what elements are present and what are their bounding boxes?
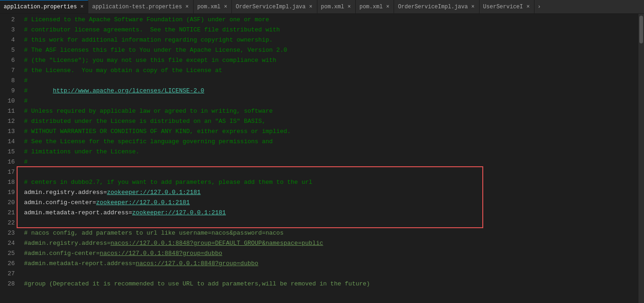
tab-close-icon[interactable]: × xyxy=(385,5,390,9)
tab-close-icon[interactable]: × xyxy=(471,5,475,9)
property-value-link[interactable]: zookeeper://127.0.0.1:2181 xyxy=(96,199,190,206)
tab-close-icon[interactable]: × xyxy=(223,5,228,9)
tab-close-icon[interactable]: × xyxy=(79,5,84,9)
code-line: # contributor license agreements. See th… xyxy=(24,25,638,35)
comment-text: # centers in dubbo2.7, if you want to ad… xyxy=(24,179,312,186)
tab-order-service-impl-2[interactable]: OrderServiceImpl.java × xyxy=(394,0,479,14)
tab-bar: application.properties × application-tes… xyxy=(0,0,644,14)
tab-user-service[interactable]: UserServiceI × xyxy=(480,0,535,14)
line-number: 25 xyxy=(0,248,15,259)
comment-text: # Licensed to the Apache Software Founda… xyxy=(24,16,269,23)
comment-text: # (the "License"); you may not use this … xyxy=(24,57,276,64)
line-number: 12 xyxy=(0,116,15,127)
line-number: 2 xyxy=(0,15,15,25)
line-number: 11 xyxy=(0,106,15,116)
line-number: 28 xyxy=(0,279,15,289)
tab-close-icon[interactable]: × xyxy=(309,5,313,9)
property-key: admin.metadata-report.address xyxy=(24,209,128,216)
line-number: 26 xyxy=(0,259,15,269)
disabled-comment: #admin.metadata-report.address=nacos://1… xyxy=(24,260,258,267)
tab-scroll-right-button[interactable]: › xyxy=(535,0,544,14)
tab-label: pom.xml xyxy=(197,4,220,10)
tab-pom-xml-2[interactable]: pom.xml × xyxy=(317,0,356,14)
code-line: # limitations under the License. xyxy=(24,147,638,157)
line-number: 4 xyxy=(0,35,15,45)
code-line: # (the "License"); you may not use this … xyxy=(24,55,638,66)
code-line: # this work for additional information r… xyxy=(24,35,638,45)
equals-sign: = xyxy=(128,209,132,216)
line-number: 23 xyxy=(0,228,15,238)
line-number: 10 xyxy=(0,96,15,106)
tab-label: pom.xml xyxy=(321,4,344,10)
line-number: 17 xyxy=(0,167,15,177)
code-line: admin.metadata-report.address=zookeeper:… xyxy=(24,208,638,218)
scrollbar-thumb[interactable] xyxy=(639,16,643,43)
code-line: #group (Deprecated it is recommended to … xyxy=(24,279,638,289)
disabled-comment: #admin.config-center=nacos://127.0.0.1:8… xyxy=(24,250,222,257)
code-line: # centers in dubbo2.7, if you want to ad… xyxy=(24,177,638,188)
disabled-link[interactable]: nacos://127.0.0.1:8848?group=dubbo xyxy=(136,260,258,267)
code-line: # WITHOUT WARRANTIES OR CONDITIONS OF AN… xyxy=(24,127,638,137)
code-line: # xyxy=(24,76,638,86)
code-line: # Unless required by applicable law or a… xyxy=(24,106,638,116)
disabled-link[interactable]: nacos://127.0.0.1:8848?group=dubbo xyxy=(100,250,222,257)
license-link[interactable]: http://www.apache.org/licenses/LICENSE-2… xyxy=(53,87,204,94)
code-line: admin.config-center=zookeeper://127.0.0.… xyxy=(24,198,638,208)
comment-text: # http://www.apache.org/licenses/LICENSE… xyxy=(24,87,204,94)
comment-text: # WITHOUT WARRANTIES OR CONDITIONS OF AN… xyxy=(24,128,291,135)
tab-pom-xml-1[interactable]: pom.xml × xyxy=(194,0,232,14)
tab-label: application.properties xyxy=(4,4,77,10)
line-number: 19 xyxy=(0,188,15,198)
code-line: # Licensed to the Apache Software Founda… xyxy=(24,15,638,25)
comment-text: # Unless required by applicable law or a… xyxy=(24,108,273,115)
property-key: admin.config-center xyxy=(24,199,92,206)
line-number: 15 xyxy=(0,147,15,157)
line-number: 27 xyxy=(0,269,15,279)
code-content: # Licensed to the Apache Software Founda… xyxy=(18,14,638,289)
tab-label: pom.xml xyxy=(359,4,383,10)
line-number: 16 xyxy=(0,157,15,167)
tab-label: OrderServiceImpl.java xyxy=(236,4,305,10)
disabled-comment: #group (Deprecated it is recommended to … xyxy=(24,280,370,287)
tab-close-icon[interactable]: × xyxy=(347,5,352,9)
line-number: 7 xyxy=(0,66,15,76)
code-line: #admin.registry.address=nacos://127.0.0.… xyxy=(24,238,638,248)
comment-text: # The ASF licenses this file to You unde… xyxy=(24,47,287,54)
tab-close-icon[interactable]: × xyxy=(526,5,530,9)
tab-order-service-impl-1[interactable]: OrderServiceImpl.java × xyxy=(232,0,317,14)
code-line: # the License. You may obtain a copy of … xyxy=(24,66,638,76)
comment-text: # See the License for the specific langu… xyxy=(24,138,273,145)
comment-text: # limitations under the License. xyxy=(24,148,140,155)
code-line xyxy=(24,269,638,279)
editor-window: application.properties × application-tes… xyxy=(0,0,644,303)
line-numbers: 2345678910111213141516171819202122232425… xyxy=(0,14,18,303)
code-line: # See the License for the specific langu… xyxy=(24,137,638,147)
line-number: 5 xyxy=(0,45,15,55)
code-line: # The ASF licenses this file to You unde… xyxy=(24,45,638,55)
code-line xyxy=(24,218,638,228)
tab-application-test-properties[interactable]: application-test.properties × xyxy=(88,0,193,14)
property-key: admin.registry.address xyxy=(24,189,103,196)
tab-pom-xml-3[interactable]: pom.xml × xyxy=(356,0,394,14)
line-number: 20 xyxy=(0,198,15,208)
tab-close-icon[interactable]: × xyxy=(185,5,189,9)
comment-text: # this work for additional information r… xyxy=(24,36,273,43)
comment-text: # xyxy=(24,158,28,165)
line-number: 21 xyxy=(0,208,15,218)
property-value-link[interactable]: zookeeper://127.0.0.1:2181 xyxy=(107,189,200,196)
tab-label: UserServiceI xyxy=(483,4,523,10)
tab-label: application-test.properties xyxy=(92,4,182,10)
scrollbar[interactable] xyxy=(638,14,644,303)
line-number: 22 xyxy=(0,218,15,228)
comment-text: # xyxy=(24,97,28,104)
tab-application-properties[interactable]: application.properties × xyxy=(0,0,88,14)
code-line: admin.registry.address=zookeeper://127.0… xyxy=(24,188,638,198)
property-value-link[interactable]: zookeeper://127.0.0.1:2181 xyxy=(132,209,226,216)
code-line xyxy=(24,167,638,177)
tab-label: OrderServiceImpl.java xyxy=(398,4,468,10)
disabled-link[interactable]: nacos://127.0.0.1:8848?group=DEFAULT_GRO… xyxy=(110,240,323,247)
line-number: 14 xyxy=(0,137,15,147)
code-line: #admin.config-center=nacos://127.0.0.1:8… xyxy=(24,248,638,259)
disabled-comment: #admin.registry.address=nacos://127.0.0.… xyxy=(24,240,323,247)
comment-text: # xyxy=(24,77,28,84)
